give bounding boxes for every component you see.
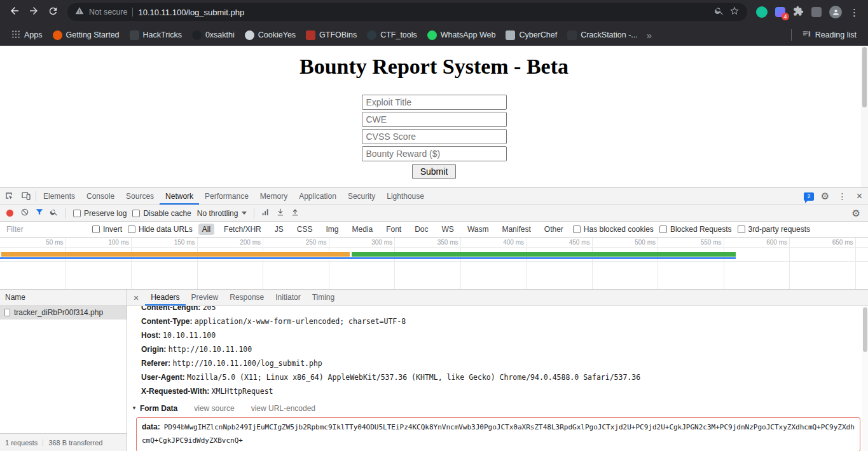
cvss-score-input[interactable] — [362, 129, 507, 144]
page-scrollbar-thumb[interactable] — [862, 47, 867, 107]
bookmark-0xsakthi[interactable]: 0xsakthi — [187, 29, 240, 42]
bookmark-whatsapp-web[interactable]: WhatsApp Web — [422, 29, 501, 42]
bookmarks-overflow-button[interactable]: » — [643, 30, 656, 41]
bookmark-label: HackTricks — [143, 30, 182, 39]
devtools-tab-application[interactable]: Application — [293, 189, 342, 205]
grammarly-extension-icon[interactable] — [756, 6, 768, 18]
bookmark-star-icon[interactable] — [729, 6, 740, 18]
bookmark-hacktricks[interactable]: HackTricks — [125, 29, 187, 42]
apps-grid-icon — [11, 30, 20, 41]
filter-type-wasm[interactable]: Wasm — [464, 224, 493, 235]
arrow-up-icon — [291, 210, 300, 219]
devtools-tab-sources[interactable]: Sources — [120, 189, 160, 205]
devtools-tab-console[interactable]: Console — [81, 189, 120, 205]
security-label[interactable]: Not secure — [89, 8, 127, 17]
filter-type-img[interactable]: Img — [322, 224, 342, 235]
export-har-button[interactable] — [291, 208, 300, 219]
preserve-log-checkbox[interactable]: Preserve log — [73, 209, 127, 218]
url-text[interactable]: 10.10.11.100/log_submit.php — [138, 8, 709, 17]
preserve-log-label: Preserve log — [84, 209, 127, 218]
details-tab-preview[interactable]: Preview — [186, 290, 224, 306]
name-column-header[interactable]: Name — [0, 290, 127, 306]
back-button[interactable] — [5, 3, 24, 22]
devtools-menu-button[interactable]: ⋮ — [834, 188, 851, 205]
disable-cache-checkbox[interactable]: Disable cache — [132, 209, 191, 218]
forward-icon — [28, 5, 39, 19]
record-button[interactable] — [6, 210, 13, 217]
bookmark-cookieyes[interactable]: CookieYes — [240, 29, 301, 42]
filter-input[interactable] — [5, 224, 86, 234]
import-har-button[interactable] — [276, 208, 285, 219]
network-timeline-overview[interactable]: 50 ms 100 ms 150 ms 200 ms 250 ms 300 ms… — [0, 238, 868, 290]
view-url-encoded-link[interactable]: view URL-encoded — [251, 403, 315, 414]
request-row[interactable]: tracker_diRbPr00f314.php — [0, 306, 127, 320]
browser-menu-icon[interactable]: ⋮ — [850, 8, 859, 17]
page-scrollbar[interactable] — [861, 46, 868, 187]
forward-button[interactable] — [24, 3, 43, 22]
details-close-button[interactable]: × — [127, 293, 145, 303]
filter-type-other[interactable]: Other — [541, 224, 567, 235]
filter-type-doc[interactable]: Doc — [411, 224, 432, 235]
zoom-icon[interactable] — [714, 6, 724, 18]
extensions-puzzle-icon[interactable] — [793, 6, 804, 19]
filter-type-media[interactable]: Media — [348, 224, 376, 235]
devtools-settings-button[interactable]: ⚙ — [816, 188, 834, 205]
bookmark-cyberchef[interactable]: CyberChef — [500, 29, 562, 42]
timeline-tick: 550 ms — [658, 238, 724, 247]
profile-avatar[interactable] — [829, 6, 842, 18]
filter-type-js[interactable]: JS — [271, 224, 287, 235]
hide-data-urls-checkbox[interactable]: Hide data URLs — [128, 225, 193, 234]
clear-button[interactable] — [20, 208, 29, 219]
details-scrollbar[interactable] — [862, 306, 868, 451]
filter-type-font[interactable]: Font — [382, 224, 405, 235]
devtools-tab-lighthouse[interactable]: Lighthouse — [381, 189, 430, 205]
third-party-requests-checkbox[interactable]: 3rd-party requests — [738, 225, 810, 234]
network-search-button[interactable] — [50, 208, 59, 219]
address-bar[interactable]: Not secure 10.10.11.100/log_submit.php — [67, 3, 747, 21]
filter-type-css[interactable]: CSS — [293, 224, 317, 235]
devtools-tab-memory[interactable]: Memory — [254, 189, 293, 205]
bounty-reward-input[interactable] — [362, 146, 507, 161]
network-settings-button[interactable]: ⚙ — [850, 208, 863, 219]
exploit-title-input[interactable] — [362, 95, 507, 110]
devtools-close-button[interactable]: × — [851, 188, 868, 205]
bookmark-crackstation[interactable]: CrackStation -... — [562, 29, 643, 42]
bookmark-gtfobins[interactable]: GTFOBins — [301, 29, 362, 42]
device-toolbar-button[interactable] — [17, 188, 34, 205]
disclosure-triangle-icon[interactable]: ▼ — [132, 403, 137, 414]
details-tab-timing[interactable]: Timing — [307, 290, 341, 306]
filter-type-ws[interactable]: WS — [438, 224, 458, 235]
details-tab-headers[interactable]: Headers — [145, 290, 185, 306]
inspect-element-button[interactable] — [0, 188, 17, 205]
cwe-input[interactable] — [362, 112, 507, 127]
filter-toggle-button[interactable] — [35, 208, 44, 219]
header-name: X-Requested-With: — [141, 387, 209, 396]
filter-type-manifest[interactable]: Manifest — [498, 224, 534, 235]
bookmark-ctf-tools[interactable]: CTF_tools — [362, 29, 422, 42]
checkbox-icon — [738, 226, 745, 233]
throttling-dropdown[interactable]: No throttling — [197, 209, 247, 218]
invert-checkbox[interactable]: Invert — [92, 225, 122, 234]
bookmark-getting-started[interactable]: Getting Started — [48, 29, 125, 42]
apps-button[interactable]: Apps — [6, 28, 48, 43]
blocked-requests-checkbox[interactable]: Blocked Requests — [659, 225, 732, 234]
details-tab-response[interactable]: Response — [224, 290, 270, 306]
submit-button[interactable]: Submit — [412, 164, 457, 179]
devtools-tab-performance[interactable]: Performance — [199, 189, 254, 205]
devtools-tab-elements[interactable]: Elements — [38, 189, 81, 205]
details-scrollbar-thumb[interactable] — [863, 307, 867, 352]
has-blocked-cookies-checkbox[interactable]: Has blocked cookies — [573, 225, 654, 234]
bookmark-label: CrackStation -... — [581, 30, 638, 39]
devtools-tab-security[interactable]: Security — [342, 189, 381, 205]
filter-type-fetch-xhr[interactable]: Fetch/XHR — [220, 224, 265, 235]
devtools-tab-network[interactable]: Network — [160, 189, 199, 205]
issues-counter[interactable]: 2 — [804, 192, 814, 201]
view-source-link[interactable]: view source — [194, 403, 234, 414]
pinned-extension-icon[interactable] — [811, 7, 822, 17]
filter-type-all[interactable]: All — [198, 224, 214, 235]
network-conditions-button[interactable] — [261, 208, 270, 219]
reading-list-button[interactable]: Reading list — [797, 27, 862, 43]
details-tab-initiator[interactable]: Initiator — [270, 290, 306, 306]
reload-button[interactable] — [43, 3, 62, 22]
extension-with-badge-icon[interactable]: 4 — [775, 7, 785, 17]
